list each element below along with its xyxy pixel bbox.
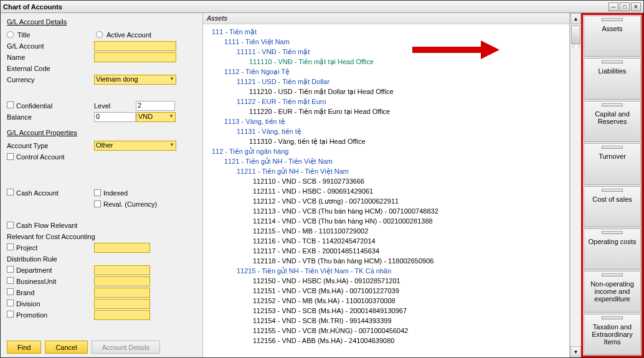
dim-input-2[interactable] xyxy=(94,288,150,298)
project-input[interactable] xyxy=(94,243,150,253)
tree-node[interactable]: 111110 - VNĐ - Tiền mặt tại Head Office xyxy=(249,57,569,67)
tree-node[interactable]: 112113 - VND - VCB (Thu bán hàng HCM) - … xyxy=(253,206,569,216)
cash-account-label: Cash Account xyxy=(16,189,59,197)
level-label: Level xyxy=(94,102,136,110)
drawer-handle-icon xyxy=(602,60,623,64)
account-type-select[interactable]: Other xyxy=(94,141,176,151)
tree-node[interactable]: 112152 - VND - MB (Ms.HA) - 110010037000… xyxy=(253,296,569,306)
find-button[interactable]: Find xyxy=(7,341,41,354)
tree-node[interactable]: 1121 - Tiền gửi NH - Tiền Việt Nam xyxy=(224,156,569,166)
drawer-label: Cost of sales xyxy=(592,195,632,203)
title-radio[interactable] xyxy=(7,31,14,38)
indexed-check[interactable] xyxy=(94,189,101,196)
drawer-handle-icon xyxy=(602,103,623,106)
tree-node[interactable]: 112156 - VND - ABB (Ms.HA) - 24100463908… xyxy=(253,336,569,346)
currency-select[interactable]: Vietnam dong xyxy=(94,75,176,85)
dim-label: Division xyxy=(16,300,40,308)
tree-node[interactable]: 11122 - EUR - Tiền mặt Euro xyxy=(237,97,569,106)
project-label: Project xyxy=(16,244,37,252)
active-radio-label: Active Account xyxy=(107,31,151,39)
tree-node[interactable]: 112151 - VND - VCB (Ms.HA) - 00710012270… xyxy=(253,286,569,296)
tree-node[interactable]: 112114 - VND - VCB (Thu bán hàng HN) - 0… xyxy=(253,216,569,226)
drawer-taxation-and-extraordinary-items[interactable]: Taxation and Extraordinary Items xyxy=(584,314,641,355)
reval-check[interactable] xyxy=(94,200,101,207)
scroll-down-icon[interactable]: ▼ xyxy=(571,346,581,357)
dim-input-1[interactable] xyxy=(94,276,150,286)
tree-node[interactable]: 112117 - VND - EXB - 200014851145634 xyxy=(253,246,569,256)
minimize-button[interactable]: ─ xyxy=(608,2,618,11)
tree-node[interactable]: 112 - Tiền gửi ngân hàng xyxy=(212,146,569,156)
maximize-button[interactable]: □ xyxy=(620,2,630,11)
account-tree[interactable]: 111 - Tiền mặt1111 - Tiền Việt Nam11111 … xyxy=(203,24,569,357)
external-code-label: External Code xyxy=(7,65,94,72)
cashflow-check[interactable] xyxy=(7,222,14,228)
drawer-cost-of-sales[interactable]: Cost of sales xyxy=(584,186,641,227)
tree-node[interactable]: 112153 - VND - SCB (Ms.HA) - 20001484913… xyxy=(253,306,569,316)
dim-input-3[interactable] xyxy=(94,299,150,309)
tree-node[interactable]: 112155 - VND - VCB (Mr.HÙNG) - 007100045… xyxy=(253,326,569,336)
dim-check-1[interactable] xyxy=(7,277,14,284)
active-radio[interactable] xyxy=(96,31,103,38)
drawer-non-operating-income-and-expenditure[interactable]: Non-operating income and expenditure xyxy=(584,271,641,312)
tree-node[interactable]: 111220 - EUR - Tiền mặt Euro tại Head Of… xyxy=(249,106,569,116)
dim-check-2[interactable] xyxy=(7,288,14,295)
dim-check-4[interactable] xyxy=(7,311,14,318)
tree-node[interactable]: 112116 - VND - TCB - 11420245472014 xyxy=(253,236,569,246)
tree-node[interactable]: 1111 - Tiền Việt Nam xyxy=(224,37,569,47)
dim-label: Brand xyxy=(16,289,34,296)
tree-scrollbar[interactable]: ▲ ⋮⋮ ▼ xyxy=(570,13,581,357)
tree-node[interactable]: 1113 - Vàng, tiền tệ xyxy=(224,116,569,126)
confidential-check[interactable] xyxy=(7,101,14,108)
tree-node[interactable]: 112112 - VND - VCB (Lương) - 00710006229… xyxy=(253,196,569,206)
confidential-label: Confidential xyxy=(16,102,52,110)
window-title: Chart of Accounts xyxy=(3,3,608,11)
tree-node[interactable]: 112110 - VND - SCB - 99102733666 xyxy=(253,176,569,186)
tree-node[interactable]: 112115 - VND - MB - 1101100729002 xyxy=(253,226,569,236)
cash-account-check[interactable] xyxy=(7,189,14,195)
account-details-button[interactable]: Account Details xyxy=(92,341,160,354)
drawer-handle-icon xyxy=(602,18,623,21)
control-account-check[interactable] xyxy=(7,153,14,160)
drawer-assets[interactable]: Assets xyxy=(584,16,641,57)
tree-node[interactable]: 11111 - VNĐ - Tiền mặt xyxy=(237,47,569,57)
gl-account-input[interactable] xyxy=(94,41,176,51)
tree-node[interactable]: 111210 - USD - Tiền mặt Dollar tại Head … xyxy=(249,87,569,97)
tree-node[interactable]: 11121 - USD - Tiền mặt Dollar xyxy=(237,77,569,87)
dim-check-3[interactable] xyxy=(7,299,14,306)
dim-input-4[interactable] xyxy=(94,310,150,320)
drawer-label: Non-operating income and expenditure xyxy=(585,280,639,303)
indexed-label: Indexed xyxy=(103,189,128,197)
tree-node[interactable]: 112154 - VND - SCB (Mr.TRI) - 9914439339… xyxy=(253,316,569,326)
tree-node[interactable]: 11131 - Vàng, tiền tệ xyxy=(237,126,569,136)
drawer-turnover[interactable]: Turnover xyxy=(584,143,641,184)
drawer-label: Capital and Reserves xyxy=(585,110,639,125)
tree-header: Assets xyxy=(203,13,569,24)
tree-node[interactable]: 112118 - VND - VTB (Thu bán hàng HCM) - … xyxy=(253,256,569,266)
drawer-label: Liabilities xyxy=(598,67,626,75)
close-button[interactable]: ✕ xyxy=(631,2,641,11)
drawer-capital-and-reserves[interactable]: Capital and Reserves xyxy=(584,101,641,142)
gl-props-header: G/L Account Properties xyxy=(7,129,196,136)
dist-rule-label: Distribution Rule xyxy=(7,255,57,263)
name-input[interactable] xyxy=(94,52,176,62)
reval-label: Reval. (Currency) xyxy=(103,200,157,208)
project-check[interactable] xyxy=(7,243,14,250)
drawer-handle-icon xyxy=(602,146,623,149)
cancel-button[interactable]: Cancel xyxy=(45,341,87,354)
scroll-up-icon[interactable]: ▲ xyxy=(571,13,581,24)
tree-node[interactable]: 111310 - Vàng, tiền tệ tại Head Office xyxy=(249,136,569,146)
tree-node[interactable]: 11211 - Tiền gửi NH - Tiền Việt Nam xyxy=(237,166,569,176)
tree-node[interactable]: 111 - Tiền mặt xyxy=(212,27,569,37)
gl-details-header: G/L Account Details xyxy=(7,18,196,26)
tree-node[interactable]: 1112 - Tiền Ngoại Tệ xyxy=(224,67,569,77)
gl-account-label: G/L Account xyxy=(7,42,94,50)
tree-node[interactable]: 112150 - VND - HSBC (Ms.HA) - 0910285712… xyxy=(253,276,569,286)
dim-check-0[interactable] xyxy=(7,266,14,273)
dim-input-0[interactable] xyxy=(94,265,150,275)
drawer-liabilities[interactable]: Liabilities xyxy=(584,58,641,99)
tree-node[interactable]: 11215 - Tiền gửi NH - Tiền Việt Nam - TK… xyxy=(237,266,569,276)
tree-node[interactable]: 112111 - VND - HSBC - 090691429061 xyxy=(253,186,569,196)
balance-currency-select[interactable]: VND xyxy=(136,112,176,122)
drawer-operating-costs[interactable]: Operating costs xyxy=(584,228,641,270)
drawer-label: Turnover xyxy=(599,153,626,160)
